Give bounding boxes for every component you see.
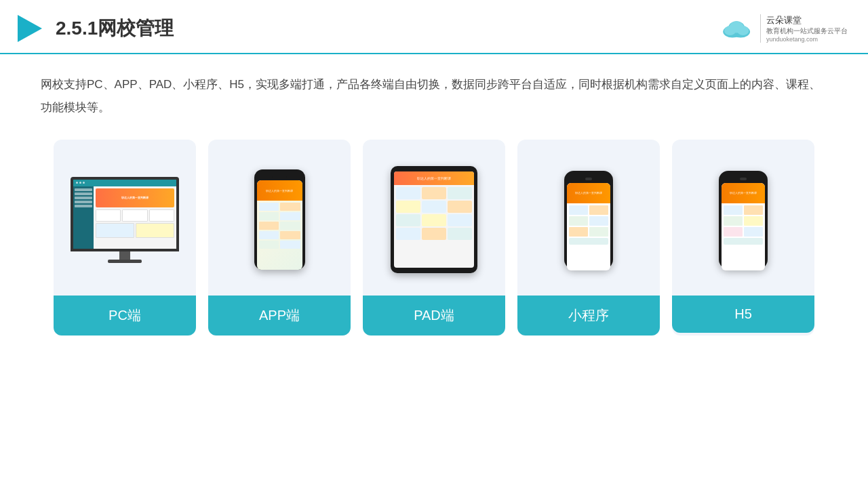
pad-mockup: 职达人的第一堂判断课 (371, 152, 497, 287)
header-left: 2.5.1网校管理 (14, 12, 174, 45)
pc-monitor: 职达人的第一堂判断课 (71, 177, 179, 263)
h5-mockup: 职达人的第一堂判断课 (680, 152, 806, 287)
app-mockup: 职达人的第一堂判断课 (216, 152, 342, 287)
phone-mini-body: 职达人的第一堂判断课 (564, 171, 613, 269)
pad-label: PAD端 (363, 296, 505, 336)
phone-mockup-h5: 职达人的第一堂判断课 (719, 171, 768, 269)
device-cards-row: 职达人的第一堂判断课 (41, 140, 827, 336)
logo-main-text: 云朵课堂 (766, 14, 802, 26)
play-icon (14, 12, 46, 45)
pc-label: PC端 (54, 296, 196, 336)
pc-mockup: 职达人的第一堂判断课 (62, 152, 188, 287)
h5-card: 职达人的第一堂判断课 (672, 140, 814, 336)
svg-point-6 (730, 21, 744, 33)
h5-label: H5 (672, 296, 814, 333)
svg-marker-0 (18, 15, 42, 42)
pad-card: 职达人的第一堂判断课 (363, 140, 505, 336)
monitor-screen: 职达人的第一堂判断课 (71, 177, 179, 251)
main-content: 网校支持PC、APP、PAD、小程序、H5，实现多端打通，产品各终端自由切换，数… (0, 54, 868, 349)
page-title: 2.5.1网校管理 (56, 16, 174, 41)
phone-body: 职达人的第一堂判断课 (254, 169, 305, 270)
miniapp-mockup: 职达人的第一堂判断课 (526, 152, 652, 287)
logo-text-block: 云朵课堂 教育机构一站式服务云平台 yunduoketang.com (760, 14, 848, 43)
header: 2.5.1网校管理 云朵课堂 教育机构一站式服务云平台 yunduoketang… (0, 0, 868, 54)
tablet-body: 职达人的第一堂判断课 (391, 166, 477, 273)
pc-card: 职达人的第一堂判断课 (54, 140, 196, 336)
logo-area: 云朵课堂 教育机构一站式服务云平台 yunduoketang.com (719, 14, 848, 43)
logo-icon (719, 15, 755, 42)
miniapp-card: 职达人的第一堂判断课 (517, 140, 660, 336)
app-label: APP端 (208, 296, 351, 336)
description-text: 网校支持PC、APP、PAD、小程序、H5，实现多端打通，产品各终端自由切换，数… (41, 73, 827, 119)
phone-h5-body: 职达人的第一堂判断课 (719, 171, 768, 269)
logo-sub-text: 教育机构一站式服务云平台 (766, 26, 848, 36)
logo-url-text: yunduoketang.com (766, 36, 818, 43)
phone-mockup-mini: 职达人的第一堂判断课 (564, 171, 613, 269)
phone-mockup-app: 职达人的第一堂判断课 (254, 169, 305, 270)
miniapp-label: 小程序 (517, 296, 660, 336)
app-card: 职达人的第一堂判断课 (208, 140, 351, 336)
